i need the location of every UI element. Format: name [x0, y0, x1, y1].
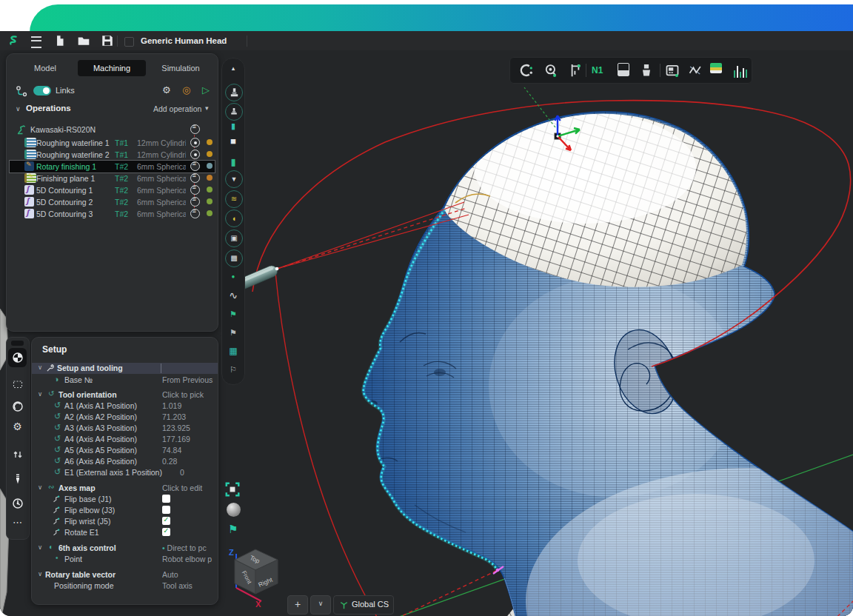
row-value[interactable]: Direct to pc — [167, 543, 207, 552]
operation-status-icon[interactable] — [190, 138, 200, 147]
new-file-icon[interactable] — [53, 34, 67, 47]
axis-row[interactable]: ↺E1 (External axis 1 Position)0 — [32, 467, 218, 478]
tab-job-assignment[interactable] — [8, 375, 27, 394]
operation-status-icon[interactable] — [190, 173, 200, 183]
row-value[interactable]: 0.28 — [162, 457, 215, 466]
show-tool-icon[interactable]: ▮ — [225, 118, 241, 134]
setup-row[interactable]: Positioning mode Tool axis — [32, 580, 218, 592]
axis-row[interactable]: ↺A4 (Axis A4 Position)177.169 — [32, 434, 218, 445]
row-value[interactable]: 123.925 — [162, 424, 215, 432]
setup-row[interactable]: ◑ Base № From Previous — [32, 375, 218, 386]
row-value[interactable]: Robot elbow p — [162, 555, 215, 563]
operations-settings-icon[interactable]: ⚙ — [162, 84, 171, 96]
axis-row[interactable]: ↺A6 (Axis A6 Position)0.28 — [32, 456, 218, 467]
cube-faces[interactable]: Top Front Right — [235, 549, 278, 594]
operation-row[interactable]: 5D Contouring 1 T#2 6mm Spherical r — [10, 184, 215, 196]
axis-row[interactable]: ↺A2 (Axis A2 Position)71.203 — [32, 412, 218, 423]
add-cs-button[interactable]: + — [287, 595, 308, 615]
row-value[interactable]: From Previous — [162, 375, 215, 384]
flip-row[interactable]: Rotate E1 ✓ — [32, 527, 218, 538]
chevron-down-icon[interactable]: ∨ — [38, 364, 42, 371]
operation-row[interactable]: Roughing waterline 2 T#1 12mm Cylindrica — [10, 149, 215, 161]
show-curves-icon[interactable]: ∿ — [225, 287, 241, 304]
tab-feeds-speeds[interactable] — [8, 494, 27, 513]
tab-model[interactable]: Model — [16, 60, 75, 76]
links-toggle[interactable] — [33, 86, 51, 96]
machine-status-icon[interactable] — [190, 124, 200, 134]
row-value[interactable]: Click to edit — [162, 483, 215, 492]
chevron-down-icon[interactable]: ∨ — [38, 483, 42, 491]
row-value[interactable]: 74.84 — [162, 446, 215, 455]
document-tab-icon[interactable] — [124, 37, 134, 47]
setup-section-row[interactable]: ∨ Rotary table vector Auto — [32, 569, 218, 580]
setup-section-row[interactable]: ∨ ◖ 6th axis control • Direct to pc — [32, 543, 218, 554]
show-document-icon[interactable]: ▣ — [225, 230, 243, 247]
shading-mode-icon[interactable] — [227, 503, 241, 517]
row-value[interactable]: 0 — [180, 468, 233, 477]
operation-row[interactable]: Roughing waterline 1 T#1 12mm Cylindrica — [10, 137, 215, 149]
tab-setup[interactable] — [8, 348, 27, 367]
tab-strip-handle[interactable] — [11, 341, 24, 346]
run-all-icon[interactable]: ▷ — [202, 84, 210, 96]
setup-row[interactable]: • Point Robot elbow p — [32, 554, 218, 565]
axis-row[interactable]: ↺A3 (Axis A3 Position)123.925 — [32, 423, 218, 434]
tab-strategy[interactable] — [8, 397, 27, 416]
checkbox-checked[interactable]: ✓ — [162, 517, 170, 525]
chevron-down-icon[interactable]: ∨ — [38, 543, 42, 551]
flag-icon[interactable]: ⚑ — [228, 523, 240, 538]
save-file-icon[interactable] — [101, 34, 114, 47]
add-operation-button[interactable]: Add operation — [153, 104, 201, 113]
setup-section-row[interactable]: ∨ ∾ Axes map Click to edit — [32, 483, 218, 494]
row-value[interactable]: Click to pick — [162, 390, 215, 399]
add-operation-caret-icon[interactable]: ▾ — [205, 104, 209, 112]
operation-status-icon[interactable] — [190, 150, 200, 159]
operation-row-selected[interactable]: Rotary finishing 1 T#2 6mm Spherical r — [10, 161, 215, 173]
operation-row[interactable]: 5D Contouring 2 T#2 6mm Spherical r — [10, 196, 215, 208]
show-surfaces-icon[interactable]: ⚑ — [225, 306, 241, 322]
menu-icon[interactable] — [31, 36, 41, 48]
operation-status-icon[interactable] — [190, 209, 200, 218]
show-stock-icon[interactable]: ■ — [225, 133, 241, 150]
tab-parameters[interactable]: ⚙ — [8, 421, 27, 440]
probe-icon[interactable] — [543, 63, 558, 78]
setup-section-row[interactable]: ∨ Setup and tooling — [32, 363, 218, 374]
axis-row[interactable]: ↺A5 (Axis A5 Position)74.84 — [32, 445, 218, 456]
machine-sync-icon[interactable]: ◎ — [182, 84, 190, 96]
show-workpiece-icon[interactable]: ⚐ — [225, 361, 241, 378]
nc-program-button[interactable]: N1 — [592, 63, 606, 78]
cs-dropdown-chevron[interactable]: ∨ — [310, 595, 331, 615]
global-cs-button[interactable]: Global CS — [333, 595, 394, 615]
checkbox-checked[interactable]: ✓ — [162, 528, 170, 536]
show-points-icon[interactable]: ● — [225, 269, 241, 285]
toolpath-graph-icon[interactable] — [688, 63, 703, 78]
operation-status-icon[interactable] — [190, 185, 200, 195]
row-value[interactable]: 177.169 — [162, 435, 215, 443]
operation-row[interactable]: 5D Contouring 3 T#2 6mm Spherical r — [10, 208, 215, 220]
show-cutter-icon[interactable]: ▼ — [225, 170, 243, 188]
flip-row[interactable]: Flip elbow (J3) — [32, 505, 218, 516]
caliper-icon[interactable] — [568, 63, 583, 78]
chevron-down-icon[interactable]: ∨ — [38, 390, 42, 398]
show-mesh-icon[interactable]: ▦ — [225, 343, 241, 359]
collapse-icon[interactable]: ▴ — [225, 60, 241, 76]
show-faces-icon[interactable]: ⚑ — [225, 324, 241, 341]
row-value[interactable]: Tool axis — [162, 581, 215, 590]
show-spring-icon[interactable]: ≋ — [225, 190, 243, 208]
show-machine-icon[interactable] — [225, 84, 243, 101]
operation-row[interactable]: Finishing plane 1 T#2 6mm Spherical r — [10, 173, 215, 184]
show-target-model-icon[interactable]: ▮ — [225, 154, 241, 170]
row-value[interactable]: 1.019 — [162, 401, 215, 410]
checkbox[interactable] — [162, 495, 170, 503]
collapse-chevron-icon[interactable]: ∨ — [16, 105, 21, 113]
tab-simulation[interactable]: Simulation — [149, 60, 213, 76]
operation-status-icon[interactable] — [190, 197, 200, 207]
stock-icon[interactable] — [618, 63, 629, 76]
tab-more[interactable]: ⋯ — [8, 517, 27, 536]
flip-row[interactable]: Flip wrist (J5) ✓ — [32, 516, 218, 527]
flip-row[interactable]: Flip base (J1) — [32, 494, 218, 505]
open-file-icon[interactable] — [77, 34, 90, 47]
setup-section-row[interactable]: ∨ ↺ Tool orientation Click to pick — [32, 389, 218, 401]
checkbox[interactable] — [162, 506, 170, 514]
tab-approach-retract[interactable] — [8, 445, 27, 464]
axis-row[interactable]: ↺A1 (Axis A1 Position)1.019 — [32, 401, 218, 412]
